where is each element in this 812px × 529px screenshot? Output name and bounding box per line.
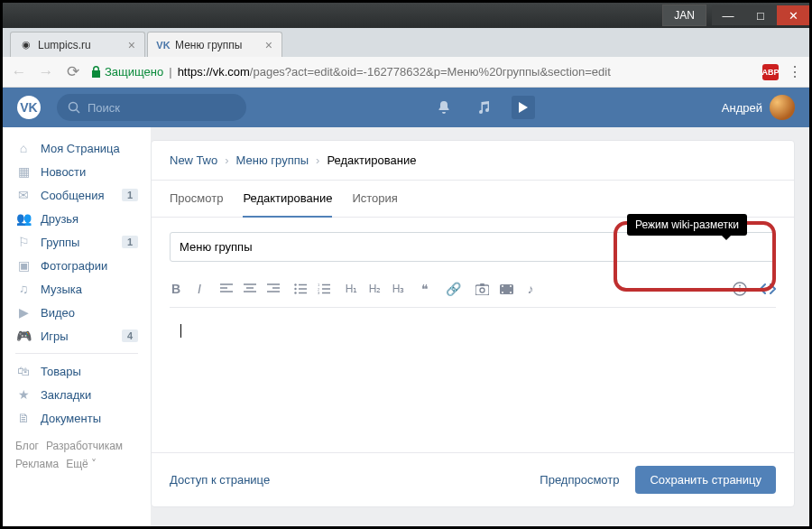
sidebar-item-label: Новости <box>41 165 86 179</box>
sidebar-item-photos[interactable]: ▣Фотографии <box>3 254 151 277</box>
preview-link[interactable]: Предпросмотр <box>540 473 619 487</box>
browser-menu-button[interactable]: ⋮ <box>788 63 802 80</box>
sidebar-item-label: Сообщения <box>41 189 105 202</box>
breadcrumb-link[interactable]: Меню группы <box>236 153 309 167</box>
sidebar-item-my-page[interactable]: ⌂Моя Страница <box>3 136 151 160</box>
sidebar-item-label: Документы <box>41 412 101 425</box>
sidebar-item-label: Моя Страница <box>41 142 120 155</box>
window-maximize-button[interactable]: □ <box>744 5 777 25</box>
wiki-markup-button[interactable] <box>760 283 776 295</box>
sidebar-item-label: Игры <box>41 329 69 343</box>
tab-close-icon[interactable]: × <box>121 38 135 52</box>
photo-button[interactable] <box>475 283 489 295</box>
sidebar-item-label: Музыка <box>41 283 82 296</box>
chevron-right-icon: › <box>225 153 228 167</box>
sidebar-item-bookmarks[interactable]: ★Закладки <box>3 383 151 406</box>
sidebar-item-groups[interactable]: ⚐Группы1 <box>3 230 151 254</box>
window-close-button[interactable]: ✕ <box>777 5 809 25</box>
address-bar[interactable]: Защищено | https://vk.com/pages?act=edit… <box>91 65 753 79</box>
chevron-right-icon: › <box>316 153 319 167</box>
sidebar-item-music[interactable]: ♫Музыка <box>3 277 151 301</box>
svg-point-13 <box>502 292 503 293</box>
save-button[interactable]: Сохранить страницу <box>635 466 776 494</box>
sidebar-item-label: Фотографии <box>41 259 107 273</box>
home-icon: ⌂ <box>15 141 32 155</box>
sidebar-item-games[interactable]: 🎮Игры4 <box>3 324 151 348</box>
heading1-button[interactable]: H₁ <box>345 283 357 295</box>
tab-close-icon[interactable]: × <box>258 38 272 52</box>
tab-title: Lumpics.ru <box>38 39 91 51</box>
align-center-button[interactable] <box>244 283 256 294</box>
url-path: /pages?act=edit&oid=-162778632&p=Меню%20… <box>250 65 611 79</box>
numbered-list-button[interactable]: 123 <box>318 283 330 294</box>
svg-rect-8 <box>475 285 489 295</box>
extension-abp-icon[interactable]: ABP <box>762 64 779 80</box>
bold-button[interactable]: B <box>170 282 182 296</box>
tab-history[interactable]: История <box>352 181 397 217</box>
info-icon[interactable] <box>733 282 747 296</box>
sidebar-item-market[interactable]: 🛍Товары <box>3 359 151 383</box>
footer-link[interactable]: Реклама <box>15 458 59 470</box>
browser-tabstrip: ◉ Lumpics.ru × VK Меню группы × <box>3 28 809 57</box>
nav-forward-button[interactable]: → <box>37 63 55 81</box>
svg-point-4 <box>294 292 296 293</box>
heading2-button[interactable]: H₂ <box>368 283 381 295</box>
page-title-input[interactable] <box>170 232 776 262</box>
svg-point-14 <box>510 285 512 287</box>
sidebar-item-docs[interactable]: 🗎Документы <box>3 406 151 430</box>
bullet-list-button[interactable] <box>294 283 307 294</box>
notifications-icon[interactable] <box>432 96 456 119</box>
sidebar-item-label: Группы <box>41 236 79 249</box>
footer-link[interactable]: Блог <box>15 440 39 452</box>
lock-icon: Защищено <box>91 65 163 79</box>
page-access-link[interactable]: Доступ к странице <box>170 473 270 487</box>
footer-link[interactable]: Разработчикам <box>46 440 123 452</box>
tab-title: Меню группы <box>175 39 242 51</box>
sidebar-item-label: Друзья <box>41 212 78 226</box>
messages-icon: ✉ <box>15 188 32 202</box>
nav-reload-button[interactable]: ⟳ <box>64 62 82 81</box>
link-button[interactable]: 🔗 <box>446 282 461 296</box>
vk-logo-icon[interactable]: VK <box>17 96 41 119</box>
news-icon: ▦ <box>15 164 32 179</box>
docs-icon: 🗎 <box>15 411 32 425</box>
badge: 4 <box>122 329 138 342</box>
italic-button[interactable]: I <box>193 282 206 296</box>
browser-tab[interactable]: ◉ Lumpics.ru × <box>10 32 145 57</box>
sidebar-item-video[interactable]: ▶Видео <box>3 301 151 324</box>
badge: 1 <box>122 236 138 248</box>
sidebar-item-news[interactable]: ▦Новости <box>3 160 151 183</box>
avatar <box>770 95 795 120</box>
sidebar-item-friends[interactable]: 👥Друзья <box>3 207 151 230</box>
svg-rect-10 <box>480 283 484 286</box>
breadcrumb-link[interactable]: New Two <box>170 153 217 167</box>
heading3-button[interactable]: H₃ <box>392 283 404 295</box>
search-placeholder: Поиск <box>88 101 120 115</box>
quote-button[interactable]: ❝ <box>419 282 431 296</box>
tab-edit[interactable]: Редактирование <box>243 181 332 218</box>
breadcrumb: New Two › Меню группы › Редактирование <box>152 141 794 181</box>
sidebar-item-messages[interactable]: ✉Сообщения1 <box>3 183 151 207</box>
footer-link[interactable]: Ещё ˅ <box>66 458 97 470</box>
svg-point-2 <box>294 283 296 285</box>
editor-footer: Доступ к странице Предпросмотр Сохранить… <box>152 452 794 506</box>
play-icon[interactable] <box>512 96 535 119</box>
audio-button[interactable]: ♪ <box>524 282 537 296</box>
svg-text:3: 3 <box>318 291 320 294</box>
search-input[interactable]: Поиск <box>57 94 246 121</box>
tab-view[interactable]: Просмотр <box>170 181 223 217</box>
align-left-button[interactable] <box>220 283 233 294</box>
align-right-button[interactable] <box>267 283 280 294</box>
nav-back-button[interactable]: ← <box>10 63 28 81</box>
editor-content[interactable] <box>170 308 776 416</box>
music-icon[interactable] <box>472 96 495 119</box>
sidebar-item-label: Видео <box>41 306 75 320</box>
window-minimize-button[interactable]: — <box>712 5 744 25</box>
browser-tab[interactable]: VK Меню группы × <box>147 32 282 57</box>
favicon-icon: ◉ <box>20 39 32 51</box>
vk-favicon-icon: VK <box>157 39 170 51</box>
user-menu[interactable]: Андрей <box>722 95 795 120</box>
editor-toolbar: B I 123 H₁ <box>170 273 776 308</box>
svg-point-0 <box>69 103 78 111</box>
video-button[interactable] <box>500 284 513 294</box>
